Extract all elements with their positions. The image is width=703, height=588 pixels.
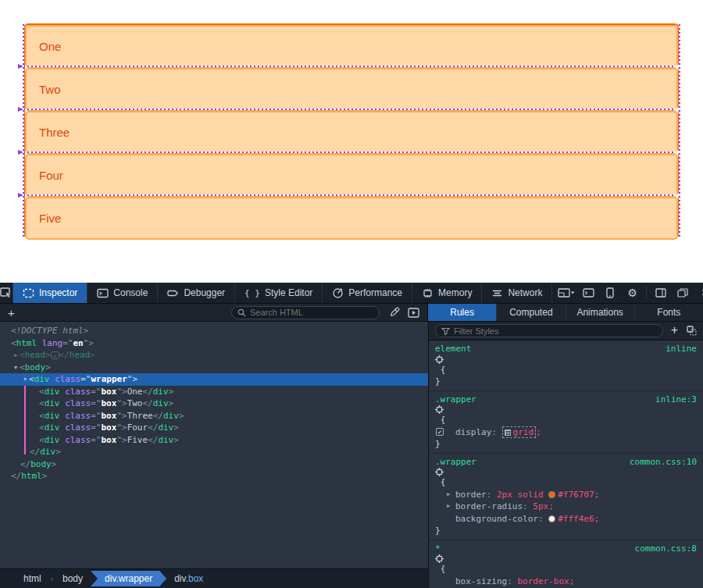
tab-performance[interactable]: Performance [323, 283, 412, 303]
code-token: "> [116, 411, 127, 421]
css-rule[interactable]: common.css:8* {box-sizing: border-box;} [429, 540, 703, 588]
rule-selector: .wrapper [435, 394, 476, 404]
code-token: div [158, 422, 173, 433]
code-token: box [102, 422, 117, 433]
split-console-icon[interactable] [579, 283, 598, 304]
tab-computed[interactable]: Computed [497, 304, 566, 321]
markup-line[interactable]: <html lang="en"> [0, 337, 428, 350]
code-token: "> [116, 398, 127, 408]
tab-debugger[interactable]: Debugger [158, 283, 235, 303]
code-token: "> [116, 435, 127, 445]
css-rule[interactable]: inline:3.wrapper {✓display: grid;} [429, 391, 703, 454]
add-rule-icon[interactable]: + [671, 325, 678, 337]
markup-line[interactable]: ▶<head>…</head> [0, 349, 428, 362]
css-declaration[interactable]: ✓display: grid; [429, 426, 703, 439]
selector-target-icon[interactable] [435, 355, 444, 364]
rules-panel: + inlineelement {}inline:3.wrapper {✓dis… [428, 322, 703, 588]
page-box: One [25, 25, 678, 68]
color-swatch[interactable] [548, 515, 555, 522]
markup-line[interactable]: <div class="box">Five</div> [0, 434, 428, 447]
tab-console[interactable]: Console [87, 283, 158, 303]
eyedropper-icon[interactable] [389, 307, 400, 318]
grid-row-line [23, 151, 680, 153]
breadcrumb-item[interactable]: html [16, 571, 49, 586]
grid-toggle-badge[interactable]: grid [502, 426, 537, 438]
iframe-picker-icon[interactable] [557, 283, 576, 304]
code-token: < [39, 398, 45, 408]
code-token: Three [127, 411, 153, 421]
css-rule[interactable]: common.css:10.wrapper {▶border: 2px soli… [429, 454, 703, 540]
css-declaration[interactable]: background-color: #fff4e6; [429, 513, 703, 526]
markup-line[interactable]: <div class="box">Three</div> [0, 410, 428, 422]
filter-styles-box[interactable] [435, 324, 663, 337]
close-icon[interactable]: × [695, 283, 703, 304]
search-html-box[interactable] [231, 306, 380, 319]
code-token: lang [42, 338, 63, 348]
markup-line[interactable]: <div class="box">One</div> [0, 386, 428, 398]
stylesheet-link[interactable]: common.css:10 [630, 456, 697, 469]
selector-target-icon[interactable] [435, 468, 444, 476]
markup-line[interactable]: <div class="box">Two</div> [0, 397, 428, 410]
toggle-classes-icon[interactable] [686, 326, 697, 336]
grid-icon [505, 429, 511, 436]
tab-label: Style Editor [265, 287, 312, 298]
code-token: Five [127, 435, 148, 445]
collapse-arrow-icon[interactable]: ▼ [12, 362, 20, 375]
markup-line[interactable]: </html> [0, 470, 428, 483]
selector-target-icon[interactable] [435, 554, 444, 563]
markup-line[interactable]: ▼<body> [0, 362, 428, 374]
tab-style-editor[interactable]: { } Style Editor [235, 283, 323, 303]
markup-line[interactable]: ▼<div class="wrapper"> [0, 373, 428, 386]
tab-inspector[interactable]: Inspector [13, 283, 87, 303]
code-token: div [153, 387, 169, 397]
markup-line[interactable]: <div class="box">Four</div> [0, 422, 428, 434]
selector-target-icon[interactable] [435, 405, 444, 414]
tab-network[interactable]: Network [482, 283, 552, 303]
declaration-checkbox[interactable]: ✓ [436, 428, 444, 436]
stylesheet-link[interactable]: inline:3 [655, 394, 697, 406]
code-token: < [20, 350, 25, 360]
expand-value-icon[interactable]: ▶ [447, 489, 450, 501]
node-picker-button[interactable] [0, 283, 13, 303]
responsive-mode-icon[interactable] [601, 283, 619, 304]
add-node-icon[interactable]: + [0, 307, 23, 319]
breadcrumb-item[interactable]: div.wrapper [91, 571, 166, 586]
stylesheet-link[interactable]: inline [666, 343, 697, 355]
tab-fonts[interactable]: Fonts [635, 304, 703, 321]
markup-line[interactable]: </div> [0, 446, 428, 458]
settings-gear-icon[interactable]: ⚙ [623, 283, 641, 304]
css-declaration[interactable]: box-sizing: border-box; [429, 576, 703, 588]
dock-side-icon[interactable] [651, 283, 670, 304]
code-token: class [65, 387, 91, 397]
grid-column-line [23, 24, 24, 237]
code-token: < [11, 338, 16, 348]
collapsed-content-icon[interactable]: … [51, 351, 59, 359]
tab-label: Memory [438, 287, 472, 298]
color-swatch[interactable] [548, 491, 555, 498]
code-token: =" [62, 338, 73, 348]
collapse-arrow-icon[interactable]: ▼ [21, 374, 29, 387]
tab-animations[interactable]: Animations [566, 304, 635, 321]
css-declaration[interactable]: ▶border: 2px solid #f76707; [429, 489, 703, 501]
search-html-input[interactable] [250, 308, 373, 317]
expand-arrow-icon[interactable]: ▶ [12, 350, 20, 362]
print-simulation-icon[interactable] [408, 308, 419, 318]
console-icon [97, 288, 109, 298]
code-token: > [45, 362, 51, 372]
filter-styles-input[interactable] [454, 326, 657, 336]
css-rule[interactable]: inlineelement {} [429, 340, 703, 391]
code-token: class [65, 398, 91, 408]
markup-line[interactable]: <!DOCTYPE html> [0, 325, 428, 337]
tab-memory[interactable]: Memory [412, 283, 482, 303]
breadcrumb-item[interactable]: body [55, 571, 91, 586]
tab-rules[interactable]: Rules [428, 304, 497, 321]
markup-line[interactable]: </body> [0, 458, 428, 471]
separate-window-icon[interactable] [673, 283, 692, 304]
breadcrumb-item[interactable]: div.box [166, 571, 211, 586]
stylesheet-link[interactable]: common.css:8 [635, 543, 697, 555]
expand-value-icon[interactable]: ▶ [447, 501, 450, 513]
code-token: class [65, 422, 91, 433]
code-token: div [45, 387, 60, 397]
css-declaration[interactable]: ▶border-radius: 5px; [429, 501, 703, 513]
selected-children-guide [24, 386, 26, 454]
